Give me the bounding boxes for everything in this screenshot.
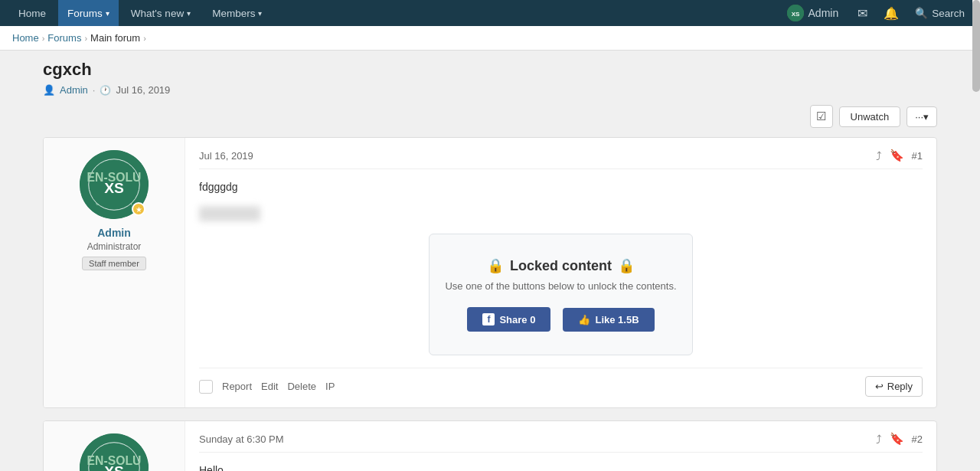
facebook-like-button[interactable]: 👍 Like 1.5B [563, 308, 654, 332]
unwatch-button[interactable]: Unwatch [839, 106, 901, 127]
post-1-role: Administrator [87, 241, 142, 252]
scrollbar-thumb[interactable] [972, 0, 980, 92]
thread-date: Jul 16, 2019 [116, 84, 170, 96]
svg-text:EN-SOLU: EN-SOLU [99, 449, 130, 456]
nav-forums[interactable]: Forums ▾ [58, 0, 119, 26]
forums-caret-icon: ▾ [106, 9, 109, 18]
post-2-body: Sunday at 6:30 PM ⤴ 🔖 #2 Hello, Test.. : [185, 421, 936, 471]
user-meta-icon: 👤 [43, 84, 55, 96]
mark-solved-button[interactable]: ☑ [810, 105, 833, 128]
meta-dot: · [93, 84, 96, 96]
nav-whats-new[interactable]: What's new ▾ [122, 0, 200, 26]
breadcrumb: Home › Forums › Main forum › [0, 26, 980, 51]
breadcrumb-home[interactable]: Home [12, 32, 39, 44]
post-2-date: Sunday at 6:30 PM [199, 433, 284, 445]
members-caret-icon: ▾ [258, 9, 262, 18]
svg-point-6 [80, 433, 149, 471]
mail-icon[interactable]: ✉ [851, 2, 874, 25]
post-2-share-icon[interactable]: ⤴ [876, 433, 882, 446]
post-2: EN-SOLU XS CRYPT-MOR ★ Admin Administrat… [43, 420, 937, 471]
post-1-sidebar: EN-SOLU XS CRYPT-MOR ★ Admin Administrat… [44, 138, 185, 407]
facebook-share-icon: f [482, 313, 495, 325]
breadcrumb-sep-3: › [143, 34, 146, 43]
post-2-avatar: EN-SOLU XS CRYPT-MOR [80, 433, 149, 471]
post-2-sidebar: EN-SOLU XS CRYPT-MOR ★ Admin Administrat… [44, 421, 185, 471]
delete-button[interactable]: Delete [287, 381, 316, 392]
nav-home[interactable]: Home [9, 0, 55, 26]
post-2-header: Sunday at 6:30 PM ⤴ 🔖 #2 [199, 432, 923, 453]
breadcrumb-sep-1: › [42, 34, 45, 43]
nav-members[interactable]: Members ▾ [203, 0, 271, 26]
notifications-icon[interactable]: 🔔 [880, 2, 903, 25]
svg-text:XS: XS [100, 173, 128, 197]
post-1-text: fdgggdg [199, 178, 923, 195]
svg-text:EN-SOLU: EN-SOLU [99, 165, 130, 173]
thread-meta: 👤 Admin · 🕐 Jul 16, 2019 [43, 84, 937, 96]
post-1-footer-left: Report Edit Delete IP [199, 380, 335, 394]
navbar: Home Forums ▾ What's new ▾ Members ▾ XS … [0, 0, 980, 26]
thread-author[interactable]: Admin [60, 84, 88, 96]
post-1-staff-badge: Staff member [82, 257, 146, 270]
post-1-footer: Report Edit Delete IP ↩ Reply [199, 368, 923, 397]
whats-new-caret-icon: ▾ [187, 9, 191, 18]
svg-text:CRYPT-MOR: CRYPT-MOR [96, 200, 132, 207]
post-1-blurred-content [199, 206, 260, 221]
locked-content-subtitle: Use one of the buttons below to unlock t… [445, 280, 676, 292]
post-2-bookmark-icon[interactable]: 🔖 [890, 432, 904, 446]
breadcrumb-main-forum[interactable]: Main forum [90, 32, 140, 44]
thread-title: cgxch [43, 60, 937, 80]
lock-left-icon: 🔒 [487, 257, 504, 274]
search-button[interactable]: 🔍 Search [909, 7, 971, 19]
clock-icon: 🕐 [100, 85, 111, 96]
online-badge: ★ [132, 202, 145, 216]
locked-content-box: 🔒 Locked content 🔒 Use one of the button… [429, 234, 692, 355]
edit-button[interactable]: Edit [261, 381, 278, 392]
breadcrumb-sep-2: › [84, 34, 87, 43]
ip-button[interactable]: IP [325, 381, 335, 392]
thread-actions: ☑ Unwatch ···▾ [43, 105, 937, 128]
post-2-avatar-container: EN-SOLU XS CRYPT-MOR ★ [80, 433, 149, 471]
post-1-header: Jul 16, 2019 ⤴ 🔖 #1 [199, 149, 923, 169]
post-1-header-actions: ⤴ 🔖 #1 [876, 149, 923, 162]
locked-content-title: 🔒 Locked content 🔒 [445, 257, 676, 274]
report-button[interactable]: Report [222, 381, 252, 392]
thumbs-up-icon: 👍 [578, 314, 590, 325]
post-1-reply-button[interactable]: ↩ Reply [865, 376, 923, 397]
post-1-number: #1 [912, 150, 923, 162]
breadcrumb-forums[interactable]: Forums [47, 32, 81, 44]
post-1-date: Jul 16, 2019 [199, 150, 253, 162]
post-1-username[interactable]: Admin [97, 227, 131, 239]
post-1-share-icon[interactable]: ⤴ [876, 149, 882, 162]
admin-avatar-icon: XS [787, 5, 804, 21]
post-1: EN-SOLU XS CRYPT-MOR ★ Admin Administrat… [43, 137, 937, 408]
reply-arrow-icon: ↩ [875, 381, 884, 392]
facebook-share-button[interactable]: f Share 0 [467, 307, 550, 332]
post-2-text-1: Hello, [199, 462, 923, 471]
post-2-header-actions: ⤴ 🔖 #2 [876, 432, 923, 446]
post-1-checkbox[interactable] [199, 380, 213, 394]
search-icon: 🔍 [915, 7, 928, 19]
scrollbar-track [972, 0, 980, 471]
post-2-number: #2 [912, 433, 923, 445]
page-content: cgxch 👤 Admin · 🕐 Jul 16, 2019 ☑ Unwatch… [31, 51, 949, 471]
locked-content-buttons: f Share 0 👍 Like 1.5B [445, 307, 676, 332]
admin-menu[interactable]: XS Admin [781, 5, 845, 21]
more-options-button[interactable]: ···▾ [906, 106, 937, 127]
svg-text:XS: XS [100, 456, 128, 471]
post-1-bookmark-icon[interactable]: 🔖 [890, 149, 904, 162]
post-1-body: Jul 16, 2019 ⤴ 🔖 #1 fdgggdg 🔒 Locked con… [185, 138, 936, 407]
navbar-right: XS Admin ✉ 🔔 🔍 Search [781, 2, 971, 25]
lock-right-icon: 🔒 [618, 257, 635, 274]
svg-text:XS: XS [791, 11, 799, 18]
post-1-avatar-container: EN-SOLU XS CRYPT-MOR ★ [80, 150, 149, 219]
